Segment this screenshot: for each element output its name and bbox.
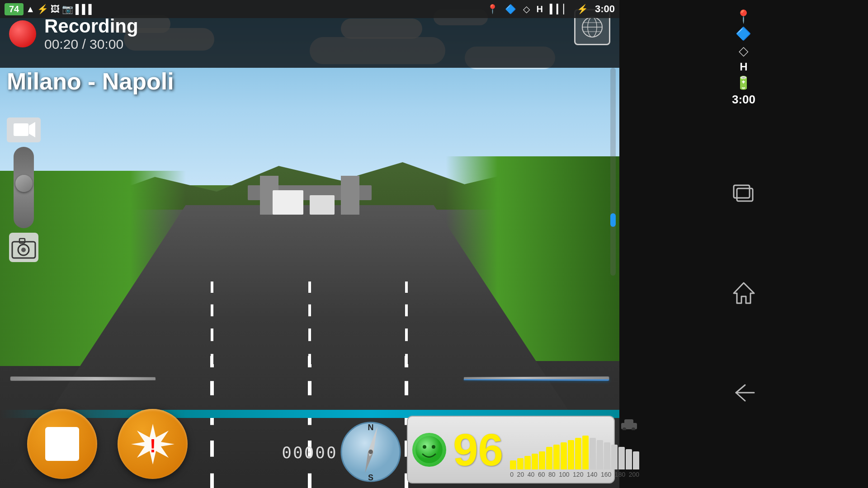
speed-value: 96 (453, 427, 503, 472)
svg-point-9 (21, 248, 26, 252)
svg-point-18 (368, 450, 373, 454)
notification-bar: 74 ▲ ⚡ 🖼 📷 ▌▌▌ 📍 🔷 ◇ H ▍▎▏ ⚡ 3:00 (0, 0, 619, 18)
bar-item (517, 458, 524, 469)
h-icon: H (537, 4, 543, 14)
zoom-thumb[interactable] (15, 175, 33, 192)
svg-rect-23 (624, 419, 633, 425)
svg-text:N: N (368, 423, 374, 432)
scroll-bar[interactable] (610, 68, 616, 276)
android-nav-bar: 📍 🔷 ◇ H 🔋 3:00 (619, 0, 868, 488)
bar-item (626, 449, 632, 469)
recording-time: 00:20 / 30:00 (44, 37, 138, 52)
recent-apps-button[interactable] (726, 179, 762, 206)
odometer: 00000 (282, 443, 337, 462)
svg-text:!: ! (150, 435, 156, 456)
image-icon: 🖼 (51, 4, 60, 14)
h-status-label: H (740, 61, 747, 73)
bluetooth-icon: ⚡ (37, 4, 48, 14)
svg-point-20 (423, 445, 426, 449)
event-star-icon: ! (130, 422, 175, 467)
svg-text:S: S (368, 473, 373, 482)
svg-marker-28 (734, 283, 754, 303)
stop-button[interactable] (27, 409, 97, 479)
bar-item (582, 436, 589, 469)
bottom-hud: ! 00000 N (0, 416, 619, 488)
bar-item (597, 440, 603, 469)
speed-scale: 020406080100120140160180200 (510, 471, 639, 478)
scroll-thumb[interactable] (610, 213, 616, 227)
car-icon (510, 418, 639, 433)
globe-icon (581, 16, 604, 38)
battery-icon: ⚡ (577, 4, 588, 14)
svg-point-21 (432, 445, 435, 449)
record-dot-icon (9, 20, 36, 47)
time-status: 3:00 (732, 93, 755, 107)
route-label: Milano - Napoli (7, 68, 174, 95)
nav-arrow-icon: ▲ (26, 4, 35, 14)
bar-item (618, 447, 625, 469)
svg-point-19 (415, 436, 443, 463)
svg-rect-5 (14, 123, 28, 136)
zoom-slider[interactable] (14, 147, 34, 228)
clock: 3:00 (595, 3, 615, 15)
bar-item (524, 456, 531, 469)
speed-bar-chart (510, 436, 639, 469)
bars-icon: ▌▌▌ (75, 4, 95, 14)
speed-graph: 020406080100120140160180200 (510, 421, 639, 478)
bar-item (611, 445, 618, 469)
left-controls (7, 117, 41, 262)
record-info: Recording 00:20 / 30:00 (44, 16, 138, 52)
compass: N S (339, 420, 402, 483)
recording-label: Recording (44, 16, 138, 37)
bar-item (568, 440, 574, 469)
bar-item (604, 442, 610, 469)
record-indicator: Recording 00:20 / 30:00 (9, 16, 138, 52)
bt-status-icon: 🔷 (736, 26, 751, 41)
svg-rect-26 (734, 185, 750, 198)
stop-icon (45, 427, 79, 461)
bar-item (539, 451, 545, 469)
location-pin-icon: 📍 (487, 4, 498, 14)
bar-item (553, 445, 560, 469)
video-record-icon[interactable] (7, 117, 41, 142)
happy-face-icon (412, 433, 446, 467)
battery-status-icon: 🔋 (736, 75, 751, 90)
event-button[interactable]: ! (118, 409, 188, 479)
notification-number: 74 (5, 3, 24, 15)
bt-icon: 🔷 (505, 4, 516, 14)
video-cam-icon: 📷 (62, 4, 73, 14)
bar-item (546, 447, 552, 469)
bar-item (561, 442, 567, 469)
speed-panel: 96 0204060801001 (407, 416, 615, 483)
signal-bars-icon: ▍▎▏ (550, 4, 570, 14)
bar-item (590, 438, 596, 469)
bar-item (532, 454, 538, 469)
diamond-status-icon: ◇ (739, 43, 749, 58)
diamond-icon: ◇ (523, 4, 530, 14)
svg-rect-27 (737, 188, 753, 201)
svg-marker-6 (29, 122, 35, 137)
bar-item (633, 451, 639, 469)
back-button[interactable] (726, 379, 762, 406)
home-button[interactable] (726, 279, 762, 306)
bar-item (510, 460, 516, 469)
loc-status-icon: 📍 (736, 9, 751, 24)
bar-item (575, 438, 581, 469)
camera-button[interactable] (9, 233, 38, 262)
